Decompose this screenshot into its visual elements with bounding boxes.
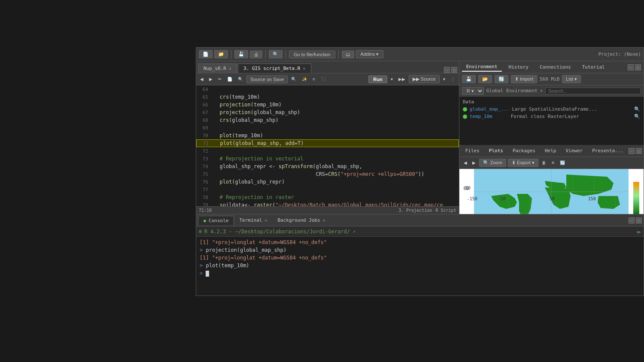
console-minimize-btn[interactable]: –	[629, 217, 635, 223]
tab-environment[interactable]: Environment	[462, 63, 502, 72]
files-tab-packages[interactable]: Packages	[508, 146, 540, 155]
console-input-4: plot(temp_10m)	[206, 262, 249, 268]
bg-jobs-close[interactable]: ✕	[323, 218, 325, 223]
tab-gis[interactable]: 3. GIS script_Beta.R ✕	[238, 63, 311, 73]
console-content[interactable]: [1] "+proj=longlat +datum=WGS84 +no_defs…	[196, 237, 644, 296]
code-line-67: 67 projection(global_map_shp)	[196, 109, 459, 116]
doc-btn[interactable]: 📄	[225, 76, 234, 82]
files-tab-files[interactable]: Files	[461, 146, 484, 155]
line-content-66: projection(temp_10m)	[212, 102, 459, 108]
align-btn[interactable]: ≡	[310, 76, 317, 82]
line-num-76: 76	[196, 179, 212, 185]
source-options-btn[interactable]: ▾	[441, 76, 447, 82]
code-editor[interactable]: 64 65 crs(temp_10m) 66 projection(temp_1…	[196, 85, 459, 206]
plot-back-btn[interactable]: ◀	[462, 160, 469, 166]
plot-refresh-btn[interactable]: 🔄	[558, 160, 567, 166]
tab-tutorial[interactable]: Tutorial	[578, 63, 609, 71]
data-search-icon-2[interactable]: 🔍	[634, 114, 640, 119]
separator-3	[286, 50, 286, 59]
run-all-btn[interactable]: ▶▶	[396, 76, 407, 82]
env-save-btn[interactable]: 💾	[462, 75, 476, 83]
data-search-icon-1[interactable]: 🔍	[634, 106, 640, 112]
line-content-71: plot(global_map_shp, add=T)	[212, 140, 459, 146]
extra-btn[interactable]: ⋮	[449, 76, 457, 82]
separator-4	[338, 50, 339, 59]
env-load-btn[interactable]: 📂	[478, 75, 492, 83]
console-tab-console[interactable]: ● Console	[198, 216, 234, 225]
cursor-location: 71:10	[199, 208, 212, 213]
y-label-neg50: -50	[463, 186, 471, 190]
nav-back-btn[interactable]: ◀	[198, 76, 206, 82]
env-minimize-btn[interactable]: –	[628, 64, 634, 70]
workspace-btn[interactable]: 🗂	[342, 51, 354, 58]
addins-btn[interactable]: Addins ▾	[356, 50, 384, 58]
chunk-btn[interactable]: ⬛	[319, 76, 328, 82]
find-replace-btn[interactable]: 🔍	[236, 76, 245, 82]
terminal-close[interactable]: ✕	[264, 218, 267, 223]
line-content-79: soildata<- raster("~/Desktop/Batch maps/…	[212, 202, 459, 206]
wand-btn[interactable]: ✨	[300, 76, 309, 82]
line-content-75: CRS=CRS("+proj=merc +ellps=GRS80"))	[212, 171, 459, 177]
data-section-header: Data	[461, 98, 642, 106]
console-result-3: [1] "+proj=longlat +datum=WGS84 +no_defs…	[200, 255, 327, 261]
open-btn[interactable]: 📁	[214, 50, 228, 58]
console-tab-terminal[interactable]: Terminal ✕	[234, 216, 272, 225]
zoom-btn[interactable]: 🔍 Zoom	[479, 159, 506, 167]
files-tab-presenta[interactable]: Presenta...	[588, 146, 628, 155]
list-view-btn[interactable]: List ▾	[562, 75, 581, 83]
files-tab-help[interactable]: Help	[541, 146, 561, 155]
source-label-btn[interactable]: ▶▶ Source	[409, 75, 440, 83]
goto-function-btn[interactable]: Go to file/function	[289, 51, 335, 58]
editor-maximize-btn[interactable]: □	[451, 67, 457, 73]
editor-panel: Nup_v8.R ✕ 3. GIS script_Beta.R ✕ – □ ◀ …	[196, 61, 459, 214]
code-line-79: 79 soildata<- raster("~/Desktop/Batch ma…	[196, 201, 459, 206]
line-num-65: 65	[196, 94, 212, 100]
console-tabs: ● Console Terminal ✕ Background Jobs ✕ –…	[196, 214, 644, 226]
files-tab-viewer[interactable]: Viewer	[561, 146, 587, 155]
save-btn[interactable]: 💾	[234, 50, 248, 58]
delete-plot-btn[interactable]: 🗑	[540, 160, 548, 166]
env-search-input[interactable]	[545, 87, 641, 94]
run-options-btn[interactable]: ▾	[389, 76, 395, 82]
save-all-btn[interactable]: 🖨	[250, 51, 262, 58]
rstudio-window: 📄 📁 💾 🖨 🔍 Go to file/function 🗂 Addins ▾…	[196, 47, 644, 296]
find-btn[interactable]: 🔍	[269, 50, 283, 58]
import-label: Import	[520, 76, 533, 81]
plot-legend: 0 -40	[632, 182, 640, 214]
export-btn[interactable]: ⬇ Export ▾	[508, 159, 538, 167]
global-env-label: Global Environment	[486, 88, 538, 94]
console-maximize-btn[interactable]: □	[636, 217, 642, 223]
console-line-5: >	[200, 269, 640, 277]
plot-area: 50 -50 -150 -50 50 150	[459, 169, 644, 214]
console-open-icon[interactable]: ↗	[352, 229, 355, 234]
nav-fwd-btn[interactable]: ▶	[207, 76, 215, 82]
import-btn[interactable]: ⬆ Import	[511, 75, 537, 83]
env-maximize-btn[interactable]: □	[635, 64, 641, 70]
search-btn2[interactable]: 🔍	[289, 76, 298, 82]
console-area: ● Console Terminal ✕ Background Jobs ✕ –…	[196, 214, 644, 296]
console-pencil-icon[interactable]: ✏	[637, 227, 641, 235]
console-line-3: [1] "+proj=longlat +datum=WGS84 +no_defs…	[200, 254, 640, 262]
clear-plots-btn[interactable]: ✕	[550, 160, 556, 166]
files-tab-plots[interactable]: Plots	[485, 146, 507, 155]
new-file-btn[interactable]: 📄	[199, 50, 213, 58]
tab-history[interactable]: History	[504, 63, 533, 71]
r-selector[interactable]: R ▾	[462, 87, 484, 95]
editor-minimize-btn[interactable]: –	[444, 67, 450, 73]
tab-connections[interactable]: Connections	[535, 63, 575, 71]
tab-gis-close[interactable]: ✕	[303, 66, 305, 71]
bg-jobs-label: Background Jobs	[277, 217, 320, 223]
run-btn[interactable]: Run	[368, 75, 387, 83]
edit-btn[interactable]: ✏	[216, 76, 224, 82]
plot-fwd-btn[interactable]: ▶	[471, 160, 477, 166]
source-on-save-btn[interactable]: Source on Save	[246, 75, 288, 83]
files-minimize-btn[interactable]: –	[629, 148, 635, 154]
terminal-tab-label: Terminal	[239, 217, 262, 223]
files-maximize-btn[interactable]: □	[636, 148, 642, 154]
tab-nup-close[interactable]: ✕	[229, 66, 231, 71]
tab-nup[interactable]: Nup_v8.R ✕	[198, 63, 237, 73]
console-tab-bg-jobs[interactable]: Background Jobs ✕	[272, 216, 330, 225]
line-content-65: crs(temp_10m)	[212, 94, 459, 100]
env-refresh-btn[interactable]: 🔄	[495, 75, 508, 83]
line-num-68: 68	[196, 118, 212, 123]
